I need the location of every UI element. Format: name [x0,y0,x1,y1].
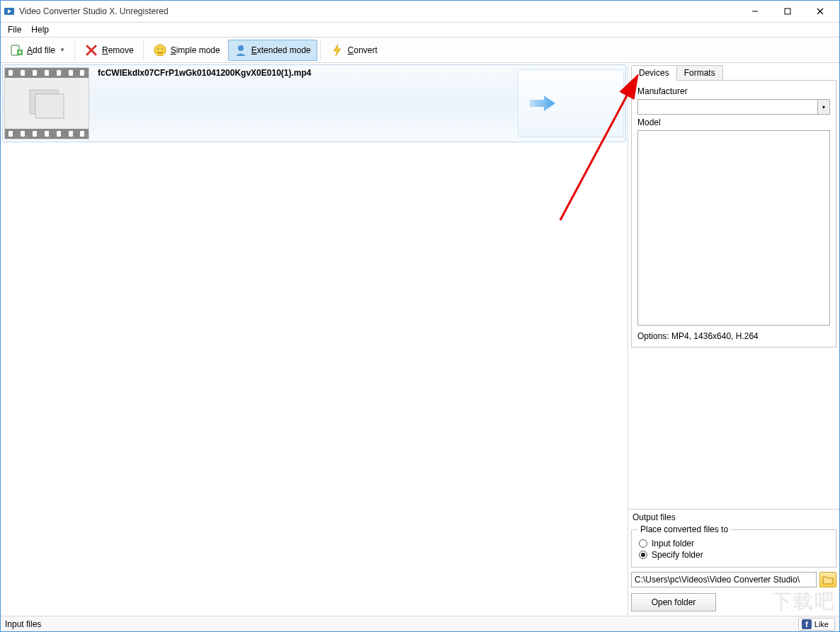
radio-input-folder-label: Input folder [652,539,694,548]
titlebar: Video Converter Studio X. Unregistered [1,1,839,22]
lightning-icon [331,44,344,57]
toolbar-separator [143,40,144,60]
tab-strip: Devices Formats [628,63,839,80]
window-title: Video Converter Studio X. Unregistered [19,6,739,16]
menu-file[interactable]: File [4,23,25,36]
left-pane: fcCWIEkdlx07CFrP1wGk01041200KgvX0E010(1)… [1,63,628,616]
add-file-label: Add file [27,45,55,55]
status-left-text: Input files [5,619,41,629]
add-file-icon [10,44,23,57]
svg-point-13 [157,48,159,50]
radio-icon [639,539,647,548]
toolbar: Add file ▼ Remove Simple mode Extended m… [1,38,839,63]
radio-input-folder[interactable]: Input folder [639,539,829,548]
tab-devices[interactable]: Devices [631,65,677,81]
chevron-down-icon[interactable]: ▾ [817,99,830,115]
model-listbox[interactable] [637,130,830,326]
radio-icon [639,551,647,559]
tab-formats[interactable]: Formats [676,65,723,80]
file-list[interactable]: fcCWIEkdlx07CFrP1wGk01041200KgvX0E010(1)… [1,63,628,616]
extended-mode-label: Extended mode [251,45,311,55]
close-button[interactable] [804,1,836,22]
tab-devices-body: Manufacturer ▾ Model Options: MP4, 1436x… [631,80,836,347]
file-thumbnail [4,67,89,139]
like-label: Like [815,620,829,628]
extended-mode-button[interactable]: Extended mode [228,40,317,61]
manufacturer-input[interactable] [637,99,817,115]
toolbar-separator [74,40,76,60]
app-icon [4,6,15,17]
svg-rect-3 [785,8,790,14]
output-location-group: Place converted files to Input folder Sp… [631,529,836,568]
svg-marker-16 [334,45,341,56]
open-folder-button[interactable]: Open folder [631,593,716,611]
statusbar: Input files f Like [1,616,839,631]
menubar: File Help [1,22,839,38]
facebook-icon: f [802,619,812,629]
radio-specify-folder-label: Specify folder [652,550,703,560]
remove-label: Remove [102,45,134,55]
file-item[interactable]: fcCWIEkdlx07CFrP1wGk01041200KgvX0E010(1)… [2,64,626,142]
manufacturer-combo[interactable]: ▾ [637,99,830,115]
convert-button[interactable]: Convert [324,40,384,61]
arrow-right-icon [528,93,557,113]
simple-mode-button[interactable]: Simple mode [147,40,227,61]
main-area: fcCWIEkdlx07CFrP1wGk01041200KgvX0E010(1)… [1,63,839,616]
output-group-legend: Place converted files to [637,524,731,534]
menu-help[interactable]: Help [27,23,53,36]
right-spacer [628,347,839,509]
right-pane: Devices Formats Manufacturer ▾ Model Opt… [628,63,839,616]
maximize-button[interactable] [771,1,804,22]
user-icon [234,44,247,57]
file-name-label: fcCWIEkdlx07CFrP1wGk01041200KgvX0E010(1)… [98,68,518,78]
dropdown-caret-icon: ▼ [59,47,65,53]
smile-icon [154,44,166,57]
output-path-input[interactable] [631,572,817,587]
output-panel: Output files Place converted files to In… [628,509,839,616]
svg-point-15 [238,45,244,51]
svg-rect-18 [35,94,64,118]
facebook-like-button[interactable]: f Like [798,618,835,631]
toolbar-separator [320,40,322,60]
manufacturer-label: Manufacturer [637,86,830,96]
folder-icon [822,575,834,585]
open-folder-label: Open folder [652,597,696,607]
app-window: Video Converter Studio X. Unregistered F… [0,0,840,632]
svg-point-14 [161,48,163,50]
remove-button[interactable]: Remove [79,40,140,61]
options-text: Options: MP4, 1436x640, H.264 [637,328,830,341]
browse-folder-button[interactable] [819,572,836,587]
simple-mode-label: Simple mode [171,45,220,55]
output-preview-box [518,69,624,137]
svg-marker-19 [530,96,555,111]
remove-icon [85,44,98,57]
convert-label: Convert [348,45,378,55]
minimize-button[interactable] [739,1,771,22]
svg-point-12 [154,45,166,56]
add-file-button[interactable]: Add file ▼ [4,40,72,61]
model-label: Model [637,117,830,127]
output-header: Output files [631,510,836,525]
radio-specify-folder[interactable]: Specify folder [639,550,829,560]
